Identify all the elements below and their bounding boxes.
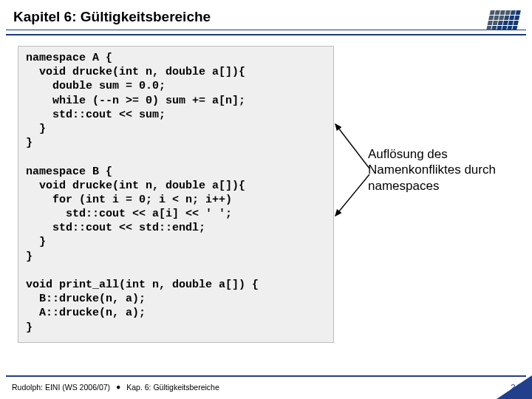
code-line: void drucke(int n, double a[]){	[26, 66, 245, 78]
code-line: }	[26, 321, 33, 334]
annotation-arrows	[334, 118, 378, 222]
svg-line-1	[335, 174, 369, 216]
code-line: void drucke(int n, double a[]){	[26, 180, 245, 192]
annotation-text: Auflösung des Namenkonfliktes durch name…	[368, 146, 516, 194]
code-line: while (--n >= 0) sum += a[n];	[26, 95, 245, 107]
header-rule-thick	[6, 34, 526, 35]
code-block: namespace A { void drucke(int n, double …	[18, 46, 334, 343]
code-line: namespace A {	[26, 52, 112, 64]
code-line: }	[26, 250, 33, 263]
code-line: double sum = 0.0;	[26, 80, 166, 92]
footer: Rudolph: EINI (WS 2006/07) ● Kap. 6: Gül…	[12, 383, 520, 392]
svg-line-0	[335, 124, 369, 168]
code-line: }	[26, 236, 46, 248]
code-line: }	[26, 123, 46, 135]
code-line: B::drucke(n, a);	[26, 293, 146, 305]
code-line: namespace B {	[26, 166, 112, 178]
footer-rule	[6, 375, 526, 377]
code-line: std::cout << std::endl;	[26, 222, 205, 234]
code-line: std::cout << a[i] << ' ';	[26, 208, 232, 220]
header-rule-thin	[6, 30, 526, 30]
brand-logo	[486, 10, 521, 30]
footer-chapter: Kap. 6: Gültigkeitsbereiche	[126, 383, 219, 392]
code-line: A::drucke(n, a);	[26, 307, 146, 319]
bullet-icon: ●	[116, 382, 120, 391]
footer-author: Rudolph: EINI (WS 2006/07)	[12, 383, 110, 392]
code-line: std::cout << sum;	[26, 109, 166, 121]
page-number: 24	[511, 383, 520, 392]
code-line: }	[26, 137, 33, 149]
code-line: void print_all(int n, double a[]) {	[26, 279, 259, 291]
page-title: Kapitel 6: Gültigkeitsbereiche	[13, 9, 519, 25]
code-line: for (int i = 0; i < n; i++)	[26, 194, 232, 206]
